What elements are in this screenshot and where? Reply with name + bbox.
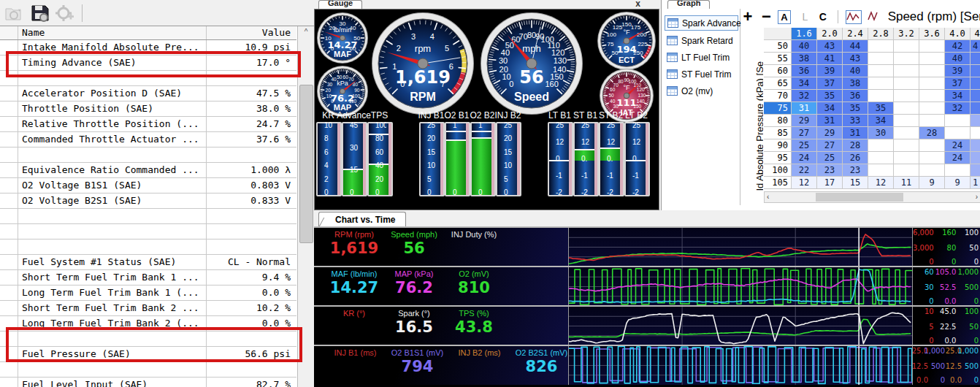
- map-col-header[interactable]: 2.4: [843, 28, 868, 40]
- map-cell[interactable]: [868, 90, 894, 102]
- scatter-graph-button[interactable]: [867, 11, 881, 23]
- map-cell[interactable]: [919, 40, 945, 53]
- map-cell-partial[interactable]: 1: [971, 177, 980, 189]
- map-row-header[interactable]: 90: [764, 139, 792, 152]
- table-row[interactable]: Fuel Level Input (SAE)82.7 %: [0, 378, 296, 387]
- log-scale-button[interactable]: L: [798, 11, 811, 23]
- map-cell[interactable]: 17: [817, 177, 843, 189]
- map-cell[interactable]: 15: [843, 177, 868, 189]
- zoom-out-button[interactable]: −: [758, 7, 774, 26]
- legend-item-o2-mv-[interactable]: O2 (mv): [665, 84, 738, 98]
- map-cell[interactable]: 32: [945, 102, 971, 115]
- map-cell[interactable]: [868, 53, 894, 65]
- map-row-header[interactable]: 50: [764, 40, 792, 53]
- map-row-header[interactable]: 75: [764, 102, 792, 115]
- map-cell[interactable]: 9: [919, 177, 945, 189]
- map-cell[interactable]: 28: [843, 139, 868, 152]
- open-config-button[interactable]: [4, 4, 26, 23]
- map-col-header[interactable]: 3.6: [919, 28, 945, 40]
- map-cell[interactable]: 38: [792, 53, 817, 65]
- scroll-left-arrow[interactable]: ‹: [767, 192, 769, 202]
- map-cell[interactable]: 12: [792, 177, 817, 189]
- map-cell[interactable]: 42: [945, 40, 971, 53]
- map-cell-partial[interactable]: [971, 127, 980, 139]
- spark-advance-map-table[interactable]: 1.62.02.42.83.23.64.04504043444245538414…: [764, 28, 980, 190]
- map-cell[interactable]: 24: [945, 139, 971, 152]
- map-cell[interactable]: [919, 152, 945, 164]
- map-cell[interactable]: 34: [868, 115, 894, 127]
- map-cell[interactable]: 43: [843, 53, 868, 65]
- parameter-table-scrollbar[interactable]: ^: [297, 26, 314, 387]
- map-row-header[interactable]: 95: [764, 152, 792, 164]
- table-row[interactable]: Timing Advance (SAE)17.0 °: [0, 55, 296, 71]
- map-cell-partial[interactable]: [971, 164, 980, 177]
- map-cell[interactable]: 25: [792, 139, 817, 152]
- map-cell[interactable]: [868, 139, 894, 152]
- table-row[interactable]: Commanded Throttle Actuator ...37.6 %: [0, 132, 296, 147]
- map-cell-partial[interactable]: [971, 152, 980, 164]
- map-cell[interactable]: 32: [792, 90, 817, 102]
- map-cell-partial[interactable]: [971, 53, 980, 65]
- table-row[interactable]: [0, 240, 296, 255]
- map-cell-partial[interactable]: [971, 115, 980, 127]
- map-cell[interactable]: 37: [817, 77, 843, 90]
- map-cell[interactable]: 11: [894, 177, 919, 189]
- table-row[interactable]: Long Term Fuel Trim Bank 2 (...0.0 %: [0, 316, 296, 332]
- table-row[interactable]: O2 Voltage B2S1 (SAE)0.833 V: [0, 194, 296, 209]
- line-graph-button[interactable]: [846, 10, 862, 24]
- table-row[interactable]: Intake Manifold Absolute Pre...10.9 psi: [0, 40, 296, 55]
- map-cell[interactable]: [894, 53, 919, 65]
- map-row-header[interactable]: 80: [764, 115, 792, 127]
- zoom-in-button[interactable]: +: [740, 7, 755, 26]
- map-cell[interactable]: 30: [868, 127, 894, 139]
- map-cell[interactable]: 35: [868, 102, 894, 115]
- map-cell[interactable]: 25: [817, 152, 843, 164]
- map-cell[interactable]: [894, 152, 919, 164]
- map-row-header[interactable]: 55: [764, 53, 792, 65]
- map-cell-partial[interactable]: [971, 102, 980, 115]
- map-row-header[interactable]: 105: [764, 177, 792, 189]
- map-cell[interactable]: 27: [817, 139, 843, 152]
- table-row[interactable]: [0, 332, 296, 347]
- map-cell[interactable]: 34: [817, 102, 843, 115]
- legend-item-spark-advance[interactable]: Spark Advance: [665, 15, 738, 31]
- map-cell[interactable]: 31: [792, 102, 817, 115]
- legend-item-lt-fuel-trim[interactable]: LT Fuel Trim: [665, 50, 738, 64]
- table-row[interactable]: [0, 224, 296, 240]
- map-cell[interactable]: 27: [792, 127, 817, 139]
- chart-plot-area[interactable]: [568, 267, 913, 306]
- scrollbar-thumb[interactable]: [299, 85, 313, 243]
- scroll-up-arrow[interactable]: ^: [298, 26, 314, 39]
- map-cell[interactable]: [919, 115, 945, 127]
- map-cell[interactable]: 31: [843, 127, 868, 139]
- map-row-header[interactable]: 60: [764, 65, 792, 77]
- map-cell-partial[interactable]: [971, 77, 980, 90]
- table-row[interactable]: Accelerator Position D (SAE)47.5 %: [0, 86, 296, 101]
- map-col-header[interactable]: 3.2: [894, 28, 919, 40]
- map-cell-partial[interactable]: [971, 65, 980, 77]
- map-row-header[interactable]: 65: [764, 77, 792, 90]
- auto-scale-button[interactable]: A: [778, 10, 791, 24]
- map-cell[interactable]: 28: [919, 127, 945, 139]
- map-row-header[interactable]: 85: [764, 127, 792, 139]
- map-cell[interactable]: [868, 164, 894, 177]
- map-cell[interactable]: [894, 139, 919, 152]
- map-cell[interactable]: 34: [945, 90, 971, 102]
- map-cell[interactable]: 36: [843, 90, 868, 102]
- close-icon[interactable]: x: [635, 0, 640, 9]
- map-cell-partial[interactable]: 4: [971, 40, 980, 53]
- map-cell[interactable]: 44: [843, 40, 868, 53]
- table-row[interactable]: Short Term Fuel Trim Bank 2 ...10.2 %: [0, 301, 296, 316]
- map-cell[interactable]: 24: [945, 152, 971, 164]
- map-row-header[interactable]: 100: [764, 164, 792, 177]
- table-row[interactable]: Equivalence Ratio Commanded ...1.000 λ: [0, 163, 296, 178]
- chart-plot-area[interactable]: [568, 346, 913, 385]
- map-cell[interactable]: 29: [792, 115, 817, 127]
- map-cell[interactable]: 37: [945, 77, 971, 90]
- map-cell[interactable]: 22: [792, 164, 817, 177]
- table-row[interactable]: Fuel System #1 Status (SAE)CL - Normal: [0, 255, 296, 270]
- map-cell[interactable]: 39: [945, 65, 971, 77]
- map-cell[interactable]: 26: [843, 152, 868, 164]
- chart-plot-area[interactable]: [568, 307, 913, 345]
- save-config-button[interactable]: [29, 4, 51, 23]
